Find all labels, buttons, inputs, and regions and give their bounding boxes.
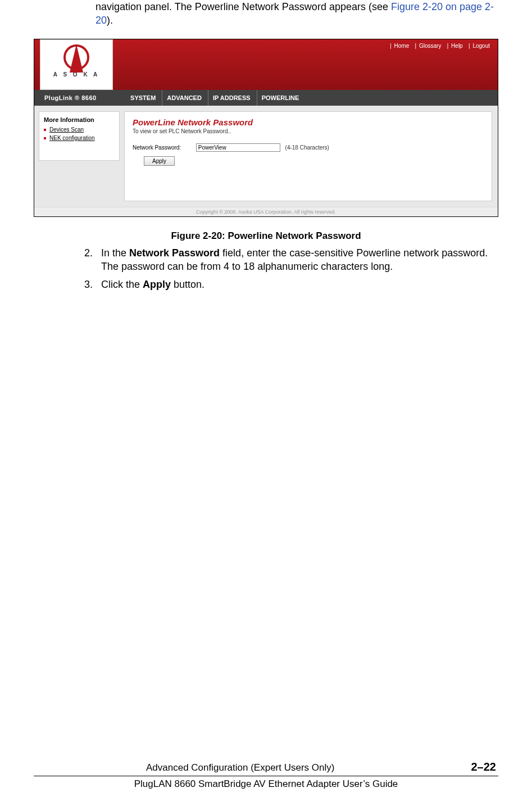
top-nav: | Home | Glossary | Help | Logout <box>390 43 491 49</box>
nav-logout[interactable]: Logout <box>472 43 490 49</box>
tab-powerline[interactable]: POWERLINE <box>257 90 304 106</box>
network-password-input[interactable] <box>196 143 280 152</box>
page-footer: Advanced Configuration (Expert Users Onl… <box>34 761 498 790</box>
embedded-webui: A S O K A | Home | Glossary | Help | Log… <box>34 39 498 217</box>
webui-sidebar: More Information Devices Scan NEK config… <box>34 106 124 207</box>
sidebar-item-nek-config[interactable]: NEK configuration <box>49 135 115 141</box>
figure-caption: Figure 2-20: Powerline Network Password <box>34 230 498 242</box>
intro-paragraph: navigation panel. The Powerline Network … <box>96 0 498 28</box>
footer-guide-title: PlugLAN 8660 SmartBridge AV Ethernet Ada… <box>34 776 498 790</box>
step-2-number: 2. <box>84 246 101 274</box>
apply-button[interactable]: Apply <box>144 156 175 166</box>
step-3-text-a: Click the <box>101 279 143 290</box>
logo-icon <box>63 44 89 70</box>
sidebar-title: More Information <box>44 116 115 123</box>
webui-header: A S O K A | Home | Glossary | Help | Log… <box>34 39 498 90</box>
nav-glossary[interactable]: Glossary <box>419 43 441 49</box>
intro-post: ). <box>107 15 113 26</box>
intro-pre: navigation panel. The Powerline Network … <box>96 1 391 12</box>
step-2-bold: Network Password <box>129 247 220 259</box>
webui-menubar: PlugLink ® 8660 SYSTEM ADVANCED IP ADDRE… <box>34 90 498 106</box>
panel-title: PowerLine Network Password <box>133 117 484 127</box>
step-3-text-c: button. <box>171 279 204 290</box>
tab-system[interactable]: SYSTEM <box>126 90 160 106</box>
step-3-number: 3. <box>84 278 101 291</box>
webui-main: PowerLine Network Password To view or se… <box>124 111 492 201</box>
brand-logo: A S O K A <box>40 39 113 90</box>
nav-help[interactable]: Help <box>451 43 463 49</box>
tab-advanced[interactable]: ADVANCED <box>162 90 206 106</box>
step-2-text-a: In the <box>101 247 129 259</box>
step-3-bold: Apply <box>143 279 171 290</box>
step-2: 2. In the Network Password field, enter … <box>84 246 498 274</box>
panel-subtitle: To view or set PLC Network Password.. <box>133 128 484 134</box>
footer-page-number: 2–22 <box>471 761 497 773</box>
product-name: PlugLink ® 8660 <box>34 90 124 106</box>
password-hint: (4-18 Characters) <box>285 144 329 151</box>
network-password-label: Network Password: <box>133 144 194 151</box>
step-3: 3. Click the Apply button. <box>84 278 498 291</box>
webui-copyright: Copyright © 2008. Asoka USA Corporation.… <box>34 207 498 216</box>
nav-home[interactable]: Home <box>394 43 410 49</box>
tab-ipaddress[interactable]: IP ADDRESS <box>208 90 255 106</box>
sidebar-item-devices-scan[interactable]: Devices Scan <box>49 126 115 133</box>
footer-section: Advanced Configuration (Expert Users Onl… <box>146 762 334 773</box>
